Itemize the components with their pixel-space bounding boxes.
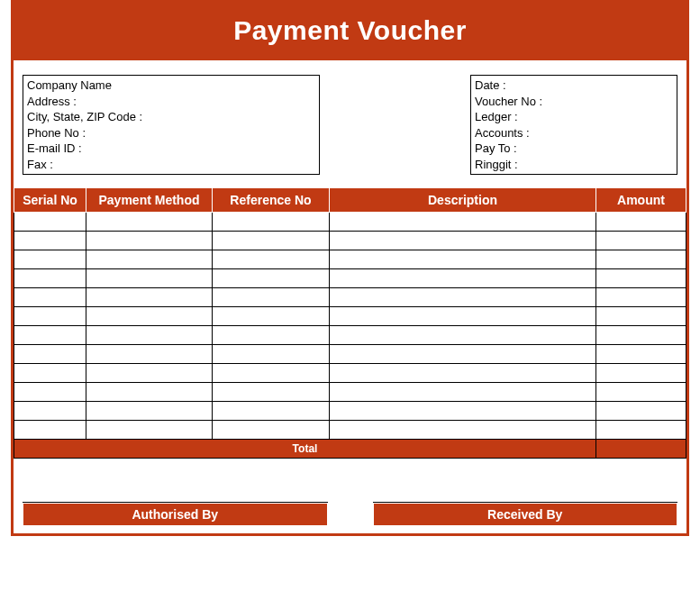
cell-desc[interactable] <box>330 345 596 364</box>
col-method: Payment Method <box>86 188 213 213</box>
cell-serial[interactable] <box>14 232 86 250</box>
cell-amount[interactable] <box>596 383 686 402</box>
cell-ref[interactable] <box>213 288 330 307</box>
table-row <box>14 269 686 288</box>
cell-ref[interactable] <box>213 307 330 326</box>
cell-serial[interactable] <box>14 269 86 288</box>
cell-method[interactable] <box>86 364 213 383</box>
cell-serial[interactable] <box>14 345 86 364</box>
cell-ref[interactable] <box>213 421 330 440</box>
table-row <box>14 213 686 232</box>
col-desc: Description <box>330 188 596 213</box>
cell-serial[interactable] <box>14 213 86 232</box>
cell-amount[interactable] <box>596 250 686 269</box>
field-address[interactable]: Address : <box>27 94 314 110</box>
cell-amount[interactable] <box>596 288 686 307</box>
cell-amount[interactable] <box>596 269 686 288</box>
cell-amount[interactable] <box>596 213 686 232</box>
signature-section: Authorised By Received By <box>14 459 686 533</box>
cell-desc[interactable] <box>330 213 596 232</box>
cell-desc[interactable] <box>330 402 596 421</box>
field-fax[interactable]: Fax : <box>27 157 314 173</box>
cell-method[interactable] <box>86 345 213 364</box>
cell-method[interactable] <box>86 402 213 421</box>
cell-amount[interactable] <box>596 364 686 383</box>
field-pay-to[interactable]: Pay To : <box>475 141 671 157</box>
cell-serial[interactable] <box>14 307 86 326</box>
field-accounts[interactable]: Accounts : <box>475 125 671 141</box>
cell-serial[interactable] <box>14 383 86 402</box>
table-row <box>14 383 686 402</box>
cell-desc[interactable] <box>330 232 596 250</box>
cell-ref[interactable] <box>213 232 330 250</box>
cell-amount[interactable] <box>596 345 686 364</box>
company-info-box: Company Name Address : City, State, ZIP … <box>23 75 320 175</box>
cell-method[interactable] <box>86 288 213 307</box>
cell-method[interactable] <box>86 232 213 250</box>
field-voucher-no[interactable]: Voucher No : <box>475 94 671 110</box>
authorised-label: Authorised By <box>23 503 328 526</box>
cell-ref[interactable] <box>213 402 330 421</box>
info-section: Company Name Address : City, State, ZIP … <box>14 60 686 187</box>
voucher-meta-box: Date : Voucher No : Ledger : Accounts : … <box>470 75 677 175</box>
received-by-box: Received By <box>373 502 678 526</box>
line-items-table: Serial No Payment Method Reference No De… <box>14 187 686 459</box>
authorised-by-box: Authorised By <box>23 502 328 526</box>
payment-voucher: Payment Voucher Company Name Address : C… <box>11 0 689 536</box>
table-row <box>14 345 686 364</box>
table-row <box>14 307 686 326</box>
field-phone[interactable]: Phone No : <box>27 125 314 141</box>
cell-amount[interactable] <box>596 307 686 326</box>
cell-ref[interactable] <box>213 383 330 402</box>
col-serial: Serial No <box>14 188 86 213</box>
cell-amount[interactable] <box>596 402 686 421</box>
field-ledger[interactable]: Ledger : <box>475 109 671 125</box>
total-value[interactable] <box>596 440 686 459</box>
col-ref: Reference No <box>213 188 330 213</box>
cell-serial[interactable] <box>14 326 86 345</box>
cell-ref[interactable] <box>213 250 330 269</box>
field-ringgit[interactable]: Ringgit : <box>475 157 671 173</box>
cell-method[interactable] <box>86 250 213 269</box>
page-title: Payment Voucher <box>14 3 686 60</box>
cell-desc[interactable] <box>330 364 596 383</box>
cell-desc[interactable] <box>330 250 596 269</box>
table-row <box>14 402 686 421</box>
cell-desc[interactable] <box>330 269 596 288</box>
col-amount: Amount <box>596 188 686 213</box>
cell-method[interactable] <box>86 269 213 288</box>
table-row <box>14 288 686 307</box>
table-header-row: Serial No Payment Method Reference No De… <box>14 188 686 213</box>
table-row <box>14 421 686 440</box>
field-email[interactable]: E-mail ID : <box>27 141 314 157</box>
cell-ref[interactable] <box>213 345 330 364</box>
cell-desc[interactable] <box>330 307 596 326</box>
cell-amount[interactable] <box>596 421 686 440</box>
cell-method[interactable] <box>86 326 213 345</box>
field-date[interactable]: Date : <box>475 77 671 94</box>
table-row <box>14 250 686 269</box>
cell-method[interactable] <box>86 383 213 402</box>
field-city-state-zip[interactable]: City, State, ZIP Code : <box>27 109 314 125</box>
table-row <box>14 232 686 250</box>
cell-method[interactable] <box>86 307 213 326</box>
cell-ref[interactable] <box>213 213 330 232</box>
cell-method[interactable] <box>86 421 213 440</box>
cell-ref[interactable] <box>213 269 330 288</box>
cell-ref[interactable] <box>213 326 330 345</box>
cell-method[interactable] <box>86 213 213 232</box>
cell-desc[interactable] <box>330 421 596 440</box>
field-company[interactable]: Company Name <box>27 77 314 94</box>
cell-amount[interactable] <box>596 326 686 345</box>
cell-ref[interactable] <box>213 364 330 383</box>
cell-serial[interactable] <box>14 421 86 440</box>
cell-serial[interactable] <box>14 288 86 307</box>
cell-serial[interactable] <box>14 250 86 269</box>
table-row <box>14 364 686 383</box>
cell-serial[interactable] <box>14 402 86 421</box>
cell-serial[interactable] <box>14 364 86 383</box>
cell-desc[interactable] <box>330 383 596 402</box>
cell-amount[interactable] <box>596 232 686 250</box>
cell-desc[interactable] <box>330 288 596 307</box>
cell-desc[interactable] <box>330 326 596 345</box>
